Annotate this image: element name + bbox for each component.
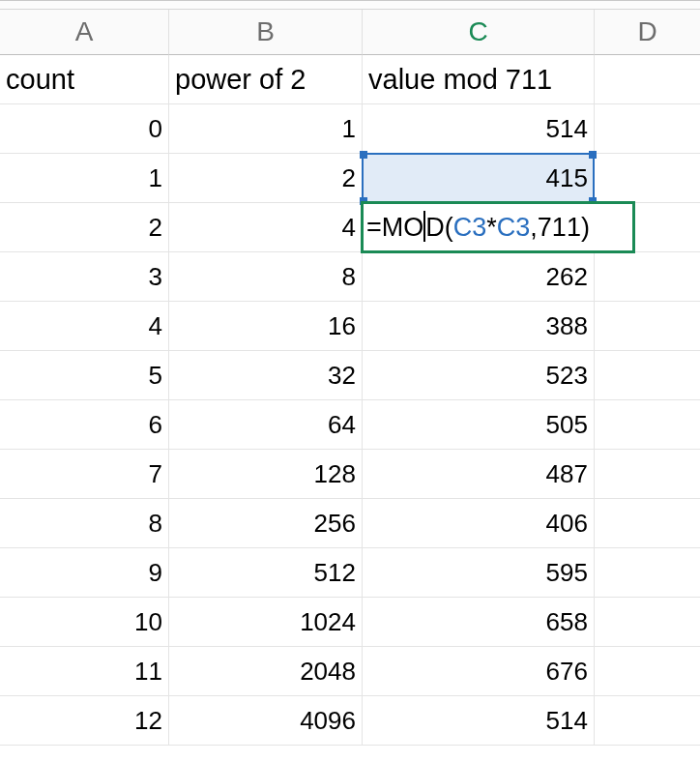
- formula-token-open-paren: (: [445, 213, 453, 242]
- cell-B2[interactable]: 1: [169, 104, 363, 154]
- cell-C9[interactable]: 487: [363, 450, 595, 499]
- cell-A3[interactable]: 1: [0, 154, 169, 203]
- spreadsheet-viewport[interactable]: A B C D count power of 2 value mod 711 0…: [0, 0, 700, 746]
- cell-D2[interactable]: [595, 104, 700, 154]
- formula-token-number: 711: [538, 213, 581, 242]
- cell-B4[interactable]: 4: [169, 203, 363, 252]
- cell-A2[interactable]: 0: [0, 104, 169, 154]
- cell-B6[interactable]: 16: [169, 302, 363, 351]
- cell-B9[interactable]: 128: [169, 450, 363, 499]
- cell-D7[interactable]: [595, 351, 700, 400]
- cell-B12[interactable]: 1024: [169, 598, 363, 647]
- cell-B13[interactable]: 2048: [169, 647, 363, 696]
- cell-D9[interactable]: [595, 450, 700, 499]
- cell-D4[interactable]: [595, 203, 700, 252]
- cell-A13[interactable]: 11: [0, 647, 169, 696]
- formula-token-equals: =: [366, 213, 382, 242]
- cell-A4[interactable]: 2: [0, 203, 169, 252]
- cell-B10[interactable]: 256: [169, 499, 363, 548]
- cell-C3[interactable]: 415: [363, 154, 595, 203]
- formula-token-function: D: [425, 213, 445, 242]
- cell-A14[interactable]: 12: [0, 696, 169, 746]
- cell-D6[interactable]: [595, 302, 700, 351]
- cell-D12[interactable]: [595, 598, 700, 647]
- cell-D10[interactable]: [595, 499, 700, 548]
- formula-token-cellref: C3: [497, 213, 531, 242]
- cell-C3-value: 415: [546, 163, 588, 192]
- cell-B3[interactable]: 2: [169, 154, 363, 203]
- cell-D8[interactable]: [595, 400, 700, 450]
- cell-A6[interactable]: 4: [0, 302, 169, 351]
- column-header-C[interactable]: C: [363, 10, 595, 55]
- cell-A10[interactable]: 8: [0, 499, 169, 548]
- cell-A7[interactable]: 5: [0, 351, 169, 400]
- cell-C13[interactable]: 676: [363, 647, 595, 696]
- cell-C14[interactable]: 514: [363, 696, 595, 746]
- formula-token-comma: ,: [530, 213, 538, 242]
- cell-B14[interactable]: 4096: [169, 696, 363, 746]
- cell-C11[interactable]: 595: [363, 548, 595, 598]
- cell-D14[interactable]: [595, 696, 700, 746]
- cell-B1[interactable]: power of 2: [169, 55, 363, 104]
- formula-token-close-paren: ): [581, 213, 590, 242]
- cell-C5[interactable]: 262: [363, 252, 595, 302]
- cell-C7[interactable]: 523: [363, 351, 595, 400]
- cell-D1[interactable]: [595, 55, 700, 104]
- cell-C1[interactable]: value mod 711: [363, 55, 595, 104]
- cell-B5[interactable]: 8: [169, 252, 363, 302]
- window-top-rule: [0, 0, 700, 10]
- cell-C10[interactable]: 406: [363, 499, 595, 548]
- cell-D3[interactable]: [595, 154, 700, 203]
- formula-editor[interactable]: =MOD(C3*C3,711): [366, 203, 590, 252]
- cell-B11[interactable]: 512: [169, 548, 363, 598]
- cell-A8[interactable]: 6: [0, 400, 169, 450]
- cell-D5[interactable]: [595, 252, 700, 302]
- cell-D13[interactable]: [595, 647, 700, 696]
- cell-A1[interactable]: count: [0, 55, 169, 104]
- cell-C8[interactable]: 505: [363, 400, 595, 450]
- cell-A12[interactable]: 10: [0, 598, 169, 647]
- formula-token-cellref: C3: [453, 213, 487, 242]
- column-header-A[interactable]: A: [0, 10, 169, 55]
- cell-C12[interactable]: 658: [363, 598, 595, 647]
- formula-token-star: *: [486, 213, 497, 242]
- cell-B8[interactable]: 64: [169, 400, 363, 450]
- cell-A5[interactable]: 3: [0, 252, 169, 302]
- cell-C4[interactable]: =MOD(C3*C3,711): [363, 203, 595, 252]
- cell-B7[interactable]: 32: [169, 351, 363, 400]
- cell-A9[interactable]: 7: [0, 450, 169, 499]
- column-header-B[interactable]: B: [169, 10, 363, 55]
- column-header-D[interactable]: D: [595, 10, 700, 55]
- cell-C6[interactable]: 388: [363, 302, 595, 351]
- cell-D11[interactable]: [595, 548, 700, 598]
- cell-grid[interactable]: A B C D count power of 2 value mod 711 0…: [0, 10, 700, 746]
- cell-A11[interactable]: 9: [0, 548, 169, 598]
- formula-token-function: MO: [382, 213, 424, 242]
- cell-C2[interactable]: 514: [363, 104, 595, 154]
